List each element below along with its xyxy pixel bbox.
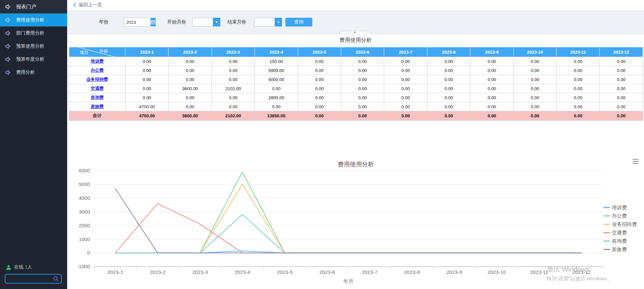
value-cell: 0.00	[470, 66, 513, 75]
sidebar-item-label: 预算年度分析	[16, 56, 44, 62]
value-cell: 150.00	[255, 57, 298, 66]
year-field-group	[124, 18, 156, 26]
x-axis-tick-label: 2023-6	[319, 269, 335, 275]
total-row: 合计4700.003600.002102.0013850.000.000.000…	[69, 111, 643, 120]
sidebar-item-label: 费用使用分析	[16, 17, 44, 23]
value-cell: 0.00	[212, 66, 255, 75]
row-label-cell: 业务招待费	[69, 75, 126, 84]
chevron-down-icon[interactable]: ▼	[213, 18, 220, 26]
sidebar-search-input[interactable]	[5, 274, 62, 284]
chart-line-series-4	[115, 215, 582, 253]
year-input[interactable]	[124, 18, 150, 26]
sidebar-item-expense-usage[interactable]: 费用使用分析	[0, 13, 67, 26]
value-cell: 0.00	[341, 66, 384, 75]
diagonal-divider	[69, 47, 126, 57]
value-cell: 0.00	[212, 93, 255, 102]
expense-item-link[interactable]: 交通费	[91, 86, 104, 91]
value-cell: 0.00	[427, 93, 470, 102]
x-axis-title: 年月	[343, 278, 354, 284]
legend-item-0[interactable]: 培训费	[603, 205, 627, 210]
sidebar-bottom: 在线 1人	[0, 264, 67, 284]
column-header: 2023-8	[427, 47, 470, 57]
value-cell: 0.00	[384, 102, 427, 111]
collapse-panel-handle[interactable]	[336, 31, 373, 34]
value-cell: 0.00	[169, 75, 212, 84]
x-axis-tick-label: 2023-4	[235, 269, 250, 275]
value-cell: 0.00	[557, 66, 600, 75]
expense-item-link[interactable]: 业务招待费	[86, 77, 108, 82]
start-month-value[interactable]	[192, 18, 213, 26]
end-month-value[interactable]	[254, 18, 275, 26]
value-cell: 0.00	[557, 111, 600, 120]
legend-item-2[interactable]: 业务招待费	[603, 221, 637, 227]
value-cell: 0.00	[298, 93, 341, 102]
row-label-cell: 差旅费	[69, 102, 126, 111]
chevron-down-icon[interactable]: ▼	[275, 18, 282, 26]
sidebar-item-budget-usage[interactable]: 预算使用分析	[0, 40, 67, 53]
expense-item-link[interactable]: 培训费	[91, 59, 104, 64]
filter-bar: 年份 开始月份	[67, 10, 644, 34]
online-status: 在线 1人	[0, 264, 67, 271]
sidebar-item-budget-year[interactable]: 预算年度分析	[0, 53, 67, 66]
value-cell: 0.00	[169, 102, 212, 111]
start-month-select[interactable]: ▼	[192, 18, 220, 26]
value-cell: 0.00	[557, 75, 600, 84]
value-cell: 0.00	[470, 75, 513, 84]
end-month-label: 结束月份	[227, 19, 246, 25]
query-button[interactable]: 查询	[285, 18, 312, 26]
value-cell: 0.00	[126, 75, 169, 84]
legend-label: 咨询费	[612, 238, 627, 244]
end-month-select[interactable]: ▼	[254, 18, 282, 26]
chart-line-series-1	[115, 172, 582, 253]
value-cell: 0.00	[298, 75, 341, 84]
report-title: 费用使用分析	[67, 37, 644, 44]
x-axis-tick-label: 2023-2	[150, 269, 166, 275]
value-cell: 0.00	[600, 111, 643, 120]
column-header: 2023-5	[298, 47, 341, 57]
sidebar-item-portal[interactable]: 报表门户	[0, 0, 67, 13]
sidebar-item-dept-expense[interactable]: 部门费用分析	[0, 26, 67, 40]
calendar-icon	[151, 20, 155, 24]
expense-item-link[interactable]: 办公费	[91, 68, 104, 73]
value-cell: 0.00	[169, 93, 212, 102]
sidebar-item-label: 预算使用分析	[16, 43, 44, 49]
value-cell: 2102.00	[212, 111, 255, 120]
value-cell: 3600.00	[169, 84, 212, 93]
corner-header-cell: 月份 项目	[69, 47, 126, 57]
table-row: 交通费0.003600.002102.000.000.000.000.000.0…	[69, 84, 643, 93]
value-cell: 0.00	[384, 75, 427, 84]
start-month-label: 开始月份	[167, 19, 186, 25]
expense-item-link[interactable]: 咨询费	[91, 95, 104, 100]
value-cell: 0.00	[298, 66, 341, 75]
table-body: 培训费0.000.000.00150.000.000.000.000.000.0…	[69, 57, 643, 120]
column-header: 2023-6	[341, 47, 384, 57]
y-axis-tick-label: -1000	[77, 264, 90, 269]
person-icon	[6, 265, 11, 270]
y-axis-tick-label: 6000	[79, 168, 90, 173]
legend-item-5[interactable]: 差旅费	[603, 246, 627, 252]
table-row: 培训费0.000.000.00150.000.000.000.000.000.0…	[69, 57, 643, 66]
legend-item-3[interactable]: 交通费	[603, 230, 627, 235]
value-cell: 0.00	[384, 93, 427, 102]
value-cell: 0.00	[600, 66, 643, 75]
row-label-cell: 合计	[69, 111, 126, 120]
column-header: 2023-1	[126, 47, 169, 57]
value-cell: 2800.00	[255, 93, 298, 102]
value-cell: 0.00	[600, 102, 643, 111]
corner-label-item: 项目	[80, 50, 89, 56]
sidebar-item-expense-analysis[interactable]: 费用分析	[0, 66, 67, 79]
column-header: 2023-7	[384, 47, 427, 57]
row-label-cell: 咨询费	[69, 93, 126, 102]
y-axis-tick-label: 5000	[79, 181, 90, 187]
x-axis-tick-label: 2023-1	[107, 269, 123, 275]
table-row: 差旅费4700.000.000.000.000.000.000.000.000.…	[69, 102, 643, 111]
value-cell: 0.00	[557, 93, 600, 102]
legend-item-1[interactable]: 办公费	[603, 213, 627, 219]
calendar-button[interactable]	[150, 18, 156, 26]
back-button[interactable]: 返回上一页	[73, 2, 102, 8]
search-icon[interactable]	[53, 276, 59, 282]
table-row: 咨询费0.000.000.002800.000.000.000.000.000.…	[69, 93, 643, 102]
expense-item-link[interactable]: 差旅费	[91, 104, 104, 109]
value-cell: 0.00	[341, 111, 384, 120]
legend-item-4[interactable]: 咨询费	[603, 238, 627, 244]
